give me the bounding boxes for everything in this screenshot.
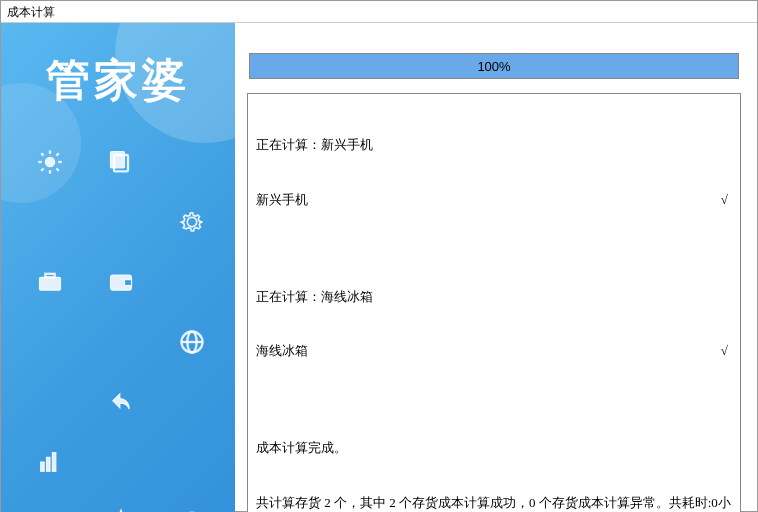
window-title: 成本计算 [1,1,757,23]
sidebar-icon-grid [31,143,211,512]
log-line: 新兴手机√ [256,191,732,209]
svg-rect-11 [40,277,61,290]
briefcase-icon [31,263,69,301]
log-summary: 共计算存货 2 个，其中 2 个存货成本计算成功，0 个存货成本计算异常。共耗时… [256,494,732,512]
svg-rect-20 [52,453,56,472]
brand-text: 管家婆 [1,51,235,110]
copy-icon [102,143,140,181]
spacer [256,397,732,403]
svg-line-7 [41,168,43,170]
star-icon [102,503,140,512]
log-output: 正在计算：新兴手机 新兴手机√ 正在计算：海线冰箱 海线冰箱√ 成本计算完成。 … [247,93,741,512]
log-line: 正在计算：海线冰箱 [256,288,732,306]
svg-rect-18 [41,462,45,471]
svg-line-6 [56,168,58,170]
log-line: 海线冰箱√ [256,342,732,360]
progress-label: 100% [250,54,738,78]
sun-icon [31,143,69,181]
log-line: 正在计算：新兴手机 [256,136,732,154]
undo-icon [102,383,140,421]
svg-rect-12 [45,274,54,278]
content-area: 管家婆 [1,23,757,512]
cost-calc-window: 成本计算 管家婆 [0,0,758,512]
svg-rect-19 [47,457,51,471]
gear-icon [173,203,211,241]
wallet-icon [102,263,140,301]
svg-point-0 [45,157,54,166]
svg-line-5 [41,153,43,155]
main-panel: 100% 正在计算：新兴手机 新兴手机√ 正在计算：海线冰箱 海线冰箱√ 成本计… [235,23,757,512]
svg-rect-10 [111,152,125,168]
bar-chart-icon [31,443,69,481]
pie-chart-icon [173,503,211,512]
svg-rect-14 [125,280,132,286]
progress-bar: 100% [249,53,739,79]
svg-line-8 [56,153,58,155]
log-done: 成本计算完成。 [256,439,732,457]
spacer [256,246,732,252]
globe-icon [173,323,211,361]
sidebar: 管家婆 [1,23,235,512]
